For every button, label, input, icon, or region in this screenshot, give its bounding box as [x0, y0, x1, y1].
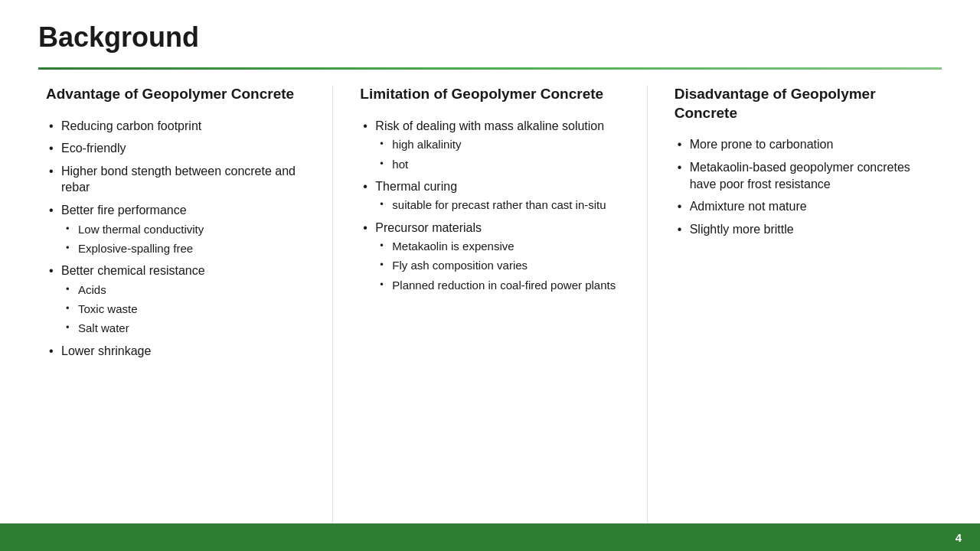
sub-list: Low thermal conductivity Explosive-spall…: [61, 222, 305, 257]
list-item: Reducing carbon footprint: [46, 118, 305, 135]
list-item: Risk of dealing with mass alkaline solut…: [360, 118, 619, 172]
list-item: Better chemical resistance Acids Toxic w…: [46, 262, 305, 336]
sub-list-item: Explosive-spalling free: [61, 241, 305, 256]
advantage-title: Advantage of Geopolymer Concrete: [46, 85, 305, 104]
sub-list: Acids Toxic waste Salt water: [61, 282, 305, 337]
list-item: Better fire performance Low thermal cond…: [46, 202, 305, 256]
footer: 4: [0, 523, 980, 551]
sub-list-item: Acids: [61, 282, 305, 298]
disadvantage-list: More prone to carbonation Metakaolin-bas…: [675, 136, 934, 237]
limitation-column: Limitation of Geopolymer Concrete Risk o…: [352, 85, 627, 536]
limitation-title: Limitation of Geopolymer Concrete: [360, 85, 619, 104]
list-item: Slightly more brittle: [675, 221, 934, 238]
disadvantage-column: Disadvantage of Geopolymer Concrete More…: [667, 85, 942, 536]
advantage-column: Advantage of Geopolymer Concrete Reducin…: [38, 85, 313, 536]
list-item: Lower shrinkage: [46, 343, 305, 360]
sub-list-item: Toxic waste: [61, 302, 305, 317]
sub-list-item: Metakaolin is expensive: [375, 239, 619, 254]
list-item: Admixture not mature: [675, 198, 934, 215]
list-item: More prone to carbonation: [675, 136, 934, 153]
content-area: Advantage of Geopolymer Concrete Reducin…: [0, 70, 980, 544]
page-title: Background: [38, 21, 942, 54]
sub-list-item: high alkalinity: [375, 137, 619, 152]
sub-list: Metakaolin is expensive Fly ash composit…: [375, 239, 619, 293]
disadvantage-title: Disadvantage of Geopolymer Concrete: [675, 85, 934, 122]
page-number: 4: [956, 531, 962, 544]
sub-list-item: suitable for precast rather than cast in…: [375, 197, 619, 213]
column-divider: [332, 85, 333, 536]
slide: Background Advantage of Geopolymer Concr…: [0, 0, 980, 551]
sub-list: high alkalinity hot: [375, 137, 619, 172]
advantage-list: Reducing carbon footprint Eco-friendly H…: [46, 118, 305, 359]
sub-list-item: Fly ash composition varies: [375, 258, 619, 273]
list-item: Thermal curing suitable for precast rath…: [360, 178, 619, 214]
limitation-list: Risk of dealing with mass alkaline solut…: [360, 118, 619, 293]
sub-list-item: Salt water: [61, 321, 305, 336]
column-divider: [647, 85, 648, 536]
sub-list-item: hot: [375, 157, 619, 172]
header: Background: [0, 0, 980, 61]
list-item: Higher bond stength between concrete and…: [46, 163, 305, 196]
list-item: Eco-friendly: [46, 140, 305, 157]
sub-list: suitable for precast rather than cast in…: [375, 197, 619, 213]
sub-list-item: Low thermal conductivity: [61, 222, 305, 237]
sub-list-item: Planned reduction in coal-fired power pl…: [375, 278, 619, 293]
list-item: Precursor materials Metakaolin is expens…: [360, 220, 619, 293]
list-item: Metakaolin-based geopolymer concretes ha…: [675, 159, 934, 192]
